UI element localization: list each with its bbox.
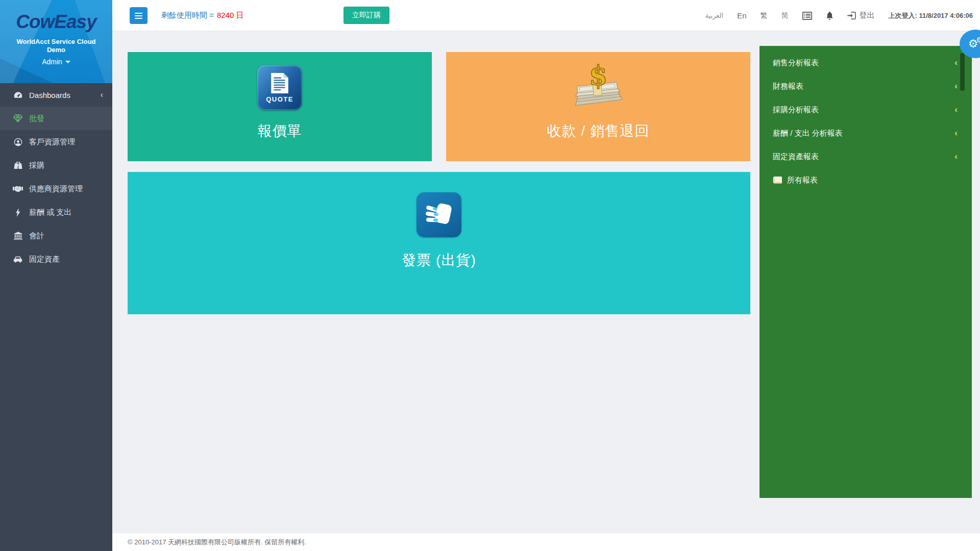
- bolt-icon: [12, 208, 23, 217]
- report-label: 薪酬 / 支出 分析報表: [773, 129, 843, 138]
- brand-panel: CowEasy WorldAcct Service Cloud Demo Adm…: [0, 0, 112, 83]
- quote-icon-caption: QUOTE: [266, 95, 293, 103]
- sidebar-item-label: 採購: [29, 161, 44, 170]
- sidebar-item-crm[interactable]: 客戶資源管理: [0, 130, 112, 154]
- user-icon: [12, 138, 23, 146]
- menu-toggle-button[interactable]: [130, 7, 148, 24]
- gear-icon: ⚙: [976, 36, 980, 44]
- sidebar-item-fixed-assets[interactable]: 固定資產: [0, 247, 112, 271]
- sidebar-item-accounting[interactable]: 會計: [0, 224, 112, 247]
- reports-scrollbar[interactable]: [960, 53, 965, 91]
- report-item-purchase-analysis[interactable]: 採購分析報表 ‹: [760, 98, 972, 121]
- report-item-sales-analysis[interactable]: 銷售分析報表 ‹: [760, 51, 972, 74]
- handshake-icon: [12, 185, 23, 192]
- sidebar-item-label: 薪酬 或 支出: [29, 208, 71, 217]
- user-name: Admin: [42, 58, 62, 66]
- book-icon: [773, 177, 782, 184]
- sidebar-item-dashboards[interactable]: Dashboards ‹: [0, 83, 112, 107]
- brand-subtitle: WorldAcct Service Cloud Demo: [15, 38, 97, 55]
- lang-simplified-link[interactable]: 简: [781, 11, 789, 20]
- logout-control[interactable]: 登出: [847, 11, 875, 20]
- list-alt-icon[interactable]: [802, 12, 812, 20]
- chevron-left-icon: ‹: [954, 128, 958, 138]
- remaining-time: 剩餘使用時間 = 8240 日: [161, 0, 243, 31]
- sidebar-item-wholesale[interactable]: 批發: [0, 107, 112, 130]
- car-icon: [12, 256, 23, 263]
- main-content: QUOTE 報價單 $ 收款 / 銷售退回: [112, 31, 980, 533]
- chevron-left-icon: ‹: [954, 105, 958, 115]
- money-icon: $: [570, 61, 626, 110]
- sidebar-item-payroll[interactable]: 薪酬 或 支出: [0, 201, 112, 224]
- sidebar-item-label: Dashboards: [29, 91, 70, 99]
- user-menu[interactable]: Admin: [42, 58, 70, 66]
- logout-label: 登出: [860, 11, 875, 20]
- report-item-fixed-assets[interactable]: 固定資產報表 ‹: [760, 145, 972, 168]
- report-label: 財務報表: [773, 82, 803, 91]
- report-item-financial[interactable]: 財務報表 ‹: [760, 74, 972, 98]
- lang-arabic-link[interactable]: العربية: [705, 12, 724, 19]
- left-sidebar: CowEasy WorldAcct Service Cloud Demo Adm…: [0, 0, 112, 551]
- report-label: 所有報表: [787, 176, 818, 185]
- tile-invoice-label: 發票 (出貨): [402, 251, 476, 270]
- sidebar-item-purchasing[interactable]: 採購: [0, 154, 112, 177]
- last-login-text: 上次登入: 11/8/2017 4:06:06: [889, 11, 973, 20]
- bank-icon: [12, 232, 23, 240]
- lang-traditional-link[interactable]: 繁: [761, 11, 768, 20]
- report-label: 固定資產報表: [773, 152, 819, 162]
- sidebar-item-label: 固定資產: [29, 255, 60, 264]
- remaining-time-label: 剩餘使用時間 =: [161, 11, 214, 20]
- app-logo: CowEasy: [0, 11, 112, 33]
- dollar-symbol: $: [589, 61, 607, 91]
- invoice-hand-icon: [416, 192, 461, 237]
- quote-document-icon: QUOTE: [257, 65, 302, 110]
- chevron-left-icon: ‹: [954, 58, 958, 68]
- chevron-left-icon: ‹: [101, 90, 103, 99]
- sidebar-item-label: 供應商資源管理: [29, 184, 83, 194]
- tile-quotation[interactable]: QUOTE 報價單: [128, 52, 432, 161]
- sidebar-nav: Dashboards ‹ 批發 客戶資源管理 採購 供應商資源管理: [0, 83, 112, 271]
- report-label: 銷售分析報表: [773, 58, 819, 68]
- sidebar-item-label: 客戶資源管理: [29, 137, 75, 147]
- tile-receipt-sales-return[interactable]: $ 收款 / 銷售退回: [446, 52, 750, 161]
- reports-panel: 銷售分析報表 ‹ 財務報表 ‹ 採購分析報表 ‹ 薪酬 / 支出 分析報表 ‹ …: [760, 46, 972, 498]
- sidebar-item-label: 批發: [29, 114, 44, 123]
- sidebar-item-vendor[interactable]: 供應商資源管理: [0, 177, 112, 201]
- top-bar-actions: العربية En 繁 简 登出 上次登入: 11/8/2017 4:06:0…: [705, 0, 973, 31]
- binoculars-icon: [12, 161, 23, 169]
- sign-out-icon: [847, 12, 856, 19]
- chevron-left-icon: ‹: [954, 152, 958, 162]
- copyright-text: © 2010-2017 天網科技國際有限公司版權所有. 保留所有權利.: [128, 538, 306, 547]
- tile-quotation-label: 報價單: [258, 121, 302, 141]
- sidebar-item-label: 會計: [29, 231, 44, 241]
- top-bar: 剩餘使用時間 = 8240 日 立即訂購 العربية En 繁 简 登出 上…: [112, 0, 980, 31]
- report-item-payroll-expense-analysis[interactable]: 薪酬 / 支出 分析報表 ‹: [760, 121, 972, 145]
- remaining-time-value: 8240 日: [217, 11, 244, 20]
- dashboard-icon: [12, 91, 23, 99]
- gem-icon: [12, 114, 23, 122]
- tile-receipt-label: 收款 / 銷售退回: [547, 121, 649, 141]
- caret-down-icon: [65, 61, 70, 63]
- footer: © 2010-2017 天網科技國際有限公司版權所有. 保留所有權利.: [112, 533, 980, 551]
- report-label: 採購分析報表: [773, 105, 819, 115]
- chevron-left-icon: ‹: [954, 81, 958, 91]
- report-item-all-reports[interactable]: 所有報表: [760, 168, 972, 192]
- subscribe-button[interactable]: 立即訂購: [344, 7, 389, 24]
- lang-english-link[interactable]: En: [737, 11, 746, 20]
- tile-invoice-shipping[interactable]: 發票 (出貨): [128, 172, 750, 314]
- bell-icon[interactable]: [826, 11, 834, 20]
